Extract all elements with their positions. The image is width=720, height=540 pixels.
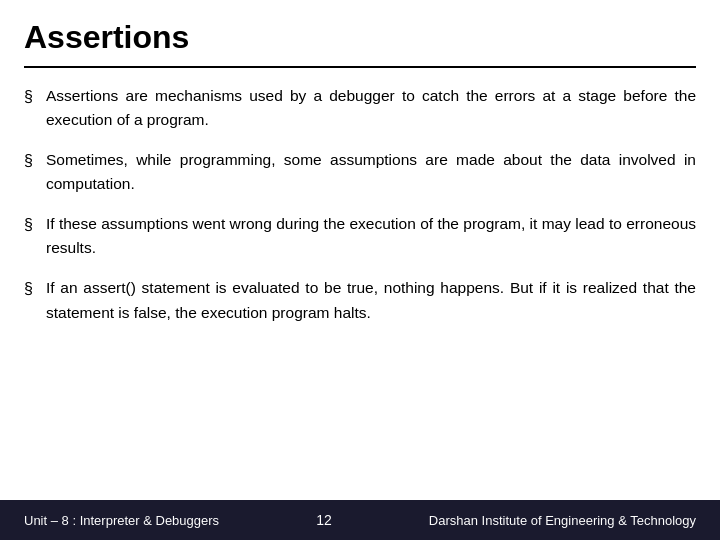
footer-page-number: 12 xyxy=(316,512,332,528)
bullet-text-1: Assertions are mechanisms used by a debu… xyxy=(46,84,696,132)
bullet-marker-4: § xyxy=(24,277,46,302)
page-title: Assertions xyxy=(24,18,696,56)
bullet-marker-2: § xyxy=(24,149,46,174)
bullet-item-4: §If an assert() statement is evaluated t… xyxy=(24,276,696,324)
divider xyxy=(24,66,696,68)
bullet-marker-3: § xyxy=(24,213,46,238)
bullet-list: §Assertions are mechanisms used by a deb… xyxy=(24,84,696,324)
bullet-item-2: §Sometimes, while programming, some assu… xyxy=(24,148,696,196)
bullet-text-4: If an assert() statement is evaluated to… xyxy=(46,276,696,324)
bullet-item-1: §Assertions are mechanisms used by a deb… xyxy=(24,84,696,132)
bullet-text-3: If these assumptions went wrong during t… xyxy=(46,212,696,260)
footer: Unit – 8 : Interpreter & Debuggers 12 Da… xyxy=(0,500,720,540)
main-content: Assertions §Assertions are mechanisms us… xyxy=(0,0,720,500)
footer-right: Darshan Institute of Engineering & Techn… xyxy=(429,513,696,528)
bullet-text-2: Sometimes, while programming, some assum… xyxy=(46,148,696,196)
footer-left: Unit – 8 : Interpreter & Debuggers xyxy=(24,513,219,528)
bullet-item-3: §If these assumptions went wrong during … xyxy=(24,212,696,260)
bullet-marker-1: § xyxy=(24,85,46,110)
title-section: Assertions xyxy=(24,18,696,56)
